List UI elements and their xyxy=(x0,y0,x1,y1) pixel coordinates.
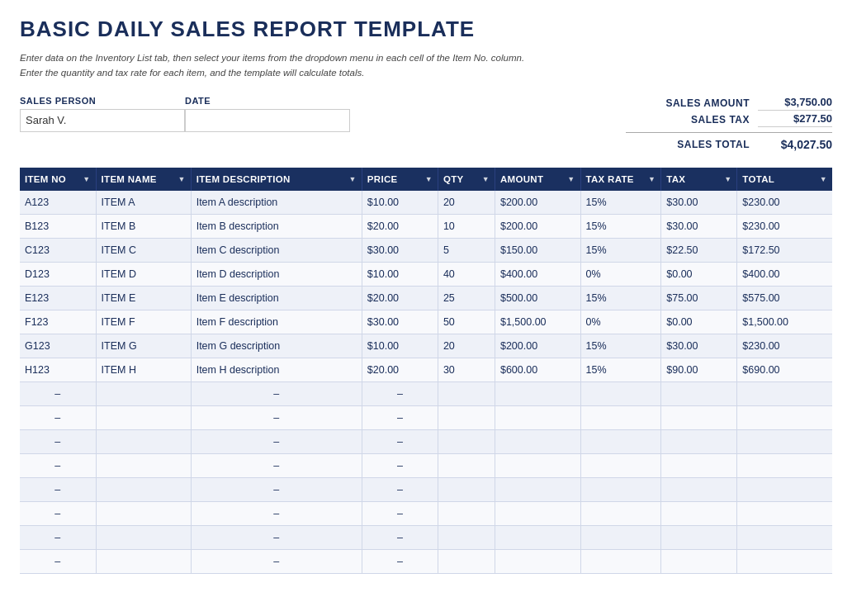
empty-cell[interactable]: – xyxy=(20,381,96,405)
empty-cell[interactable] xyxy=(661,549,737,573)
empty-cell[interactable]: – xyxy=(20,525,96,549)
empty-cell[interactable]: – xyxy=(20,501,96,525)
empty-cell[interactable] xyxy=(438,525,495,549)
item-name-dropdown-icon[interactable]: ▼ xyxy=(178,175,185,183)
cell-item_name[interactable]: ITEM E xyxy=(96,286,191,310)
cell-item_name[interactable]: ITEM B xyxy=(96,214,191,238)
empty-cell[interactable] xyxy=(438,405,495,429)
cell-price[interactable]: $10.00 xyxy=(362,262,438,286)
cell-total[interactable]: $230.00 xyxy=(737,334,832,358)
col-header-total[interactable]: TOTAL ▼ xyxy=(737,168,832,191)
empty-cell[interactable]: – xyxy=(362,429,438,453)
empty-cell[interactable] xyxy=(438,429,495,453)
empty-cell[interactable] xyxy=(580,501,661,525)
empty-cell[interactable]: – xyxy=(20,453,96,477)
empty-cell[interactable]: – xyxy=(20,477,96,501)
cell-qty[interactable]: 20 xyxy=(438,191,495,215)
empty-cell[interactable] xyxy=(438,501,495,525)
cell-amount[interactable]: $1,500.00 xyxy=(495,310,580,334)
cell-tax_rate[interactable]: 15% xyxy=(580,238,661,262)
cell-item_desc[interactable]: Item F description xyxy=(191,310,362,334)
cell-tax[interactable]: $30.00 xyxy=(661,191,737,215)
price-dropdown-icon[interactable]: ▼ xyxy=(425,175,433,183)
empty-cell[interactable]: – xyxy=(20,405,96,429)
empty-cell[interactable] xyxy=(495,501,580,525)
cell-tax_rate[interactable]: 15% xyxy=(580,214,661,238)
cell-item_name[interactable]: ITEM G xyxy=(96,334,191,358)
empty-cell[interactable]: – xyxy=(191,453,362,477)
empty-cell[interactable] xyxy=(737,405,832,429)
cell-item_no[interactable]: E123 xyxy=(20,286,96,310)
cell-total[interactable]: $172.50 xyxy=(737,238,832,262)
empty-cell[interactable] xyxy=(737,381,832,405)
cell-item_name[interactable]: ITEM H xyxy=(96,358,191,381)
col-header-item-no[interactable]: ITEM NO ▼ xyxy=(20,168,96,191)
col-header-item-name[interactable]: ITEM NAME ▼ xyxy=(96,168,191,191)
cell-total[interactable]: $690.00 xyxy=(737,358,832,381)
cell-total[interactable]: $400.00 xyxy=(737,262,832,286)
cell-amount[interactable]: $600.00 xyxy=(495,358,580,381)
cell-total[interactable]: $575.00 xyxy=(737,286,832,310)
salesperson-input[interactable] xyxy=(20,109,185,132)
cell-qty[interactable]: 20 xyxy=(438,334,495,358)
empty-cell[interactable] xyxy=(661,429,737,453)
col-header-item-desc[interactable]: ITEM DESCRIPTION ▼ xyxy=(191,168,362,191)
tax-rate-dropdown-icon[interactable]: ▼ xyxy=(648,175,656,183)
empty-cell[interactable] xyxy=(96,549,191,573)
empty-cell[interactable]: – xyxy=(191,429,362,453)
empty-cell[interactable]: – xyxy=(362,549,438,573)
empty-cell[interactable] xyxy=(495,429,580,453)
empty-cell[interactable] xyxy=(495,549,580,573)
empty-cell[interactable] xyxy=(661,381,737,405)
cell-price[interactable]: $20.00 xyxy=(362,214,438,238)
cell-item_name[interactable]: ITEM A xyxy=(96,191,191,215)
empty-cell[interactable] xyxy=(495,477,580,501)
empty-cell[interactable] xyxy=(96,429,191,453)
cell-item_no[interactable]: D123 xyxy=(20,262,96,286)
empty-cell[interactable] xyxy=(580,381,661,405)
cell-qty[interactable]: 40 xyxy=(438,262,495,286)
cell-price[interactable]: $20.00 xyxy=(362,286,438,310)
cell-item_no[interactable]: A123 xyxy=(20,191,96,215)
empty-cell[interactable]: – xyxy=(191,501,362,525)
empty-cell[interactable] xyxy=(495,453,580,477)
cell-item_desc[interactable]: Item H description xyxy=(191,358,362,381)
empty-cell[interactable]: – xyxy=(362,501,438,525)
cell-qty[interactable]: 30 xyxy=(438,358,495,381)
cell-item_desc[interactable]: Item D description xyxy=(191,262,362,286)
empty-cell[interactable]: – xyxy=(362,381,438,405)
empty-cell[interactable] xyxy=(661,405,737,429)
empty-cell[interactable] xyxy=(580,429,661,453)
empty-cell[interactable] xyxy=(737,429,832,453)
item-no-dropdown-icon[interactable]: ▼ xyxy=(83,175,90,183)
empty-cell[interactable] xyxy=(438,453,495,477)
empty-cell[interactable] xyxy=(737,501,832,525)
cell-tax_rate[interactable]: 0% xyxy=(580,310,661,334)
empty-cell[interactable]: – xyxy=(20,429,96,453)
cell-item_no[interactable]: H123 xyxy=(20,358,96,381)
total-dropdown-icon[interactable]: ▼ xyxy=(820,175,827,183)
cell-amount[interactable]: $200.00 xyxy=(495,191,580,215)
cell-qty[interactable]: 25 xyxy=(438,286,495,310)
empty-cell[interactable]: – xyxy=(191,525,362,549)
cell-item_desc[interactable]: Item B description xyxy=(191,214,362,238)
cell-amount[interactable]: $400.00 xyxy=(495,262,580,286)
empty-cell[interactable]: – xyxy=(362,525,438,549)
cell-qty[interactable]: 5 xyxy=(438,238,495,262)
empty-cell[interactable] xyxy=(438,381,495,405)
empty-cell[interactable] xyxy=(438,549,495,573)
date-input[interactable] xyxy=(185,109,350,132)
cell-item_no[interactable]: C123 xyxy=(20,238,96,262)
cell-total[interactable]: $230.00 xyxy=(737,214,832,238)
empty-cell[interactable] xyxy=(580,549,661,573)
empty-cell[interactable]: – xyxy=(191,381,362,405)
cell-price[interactable]: $10.00 xyxy=(362,334,438,358)
empty-cell[interactable] xyxy=(580,525,661,549)
cell-item_desc[interactable]: Item C description xyxy=(191,238,362,262)
cell-price[interactable]: $30.00 xyxy=(362,238,438,262)
tax-dropdown-icon[interactable]: ▼ xyxy=(724,175,731,183)
cell-tax[interactable]: $30.00 xyxy=(661,214,737,238)
cell-tax[interactable]: $75.00 xyxy=(661,286,737,310)
amount-dropdown-icon[interactable]: ▼ xyxy=(567,175,575,183)
col-header-tax[interactable]: TAX ▼ xyxy=(661,168,737,191)
